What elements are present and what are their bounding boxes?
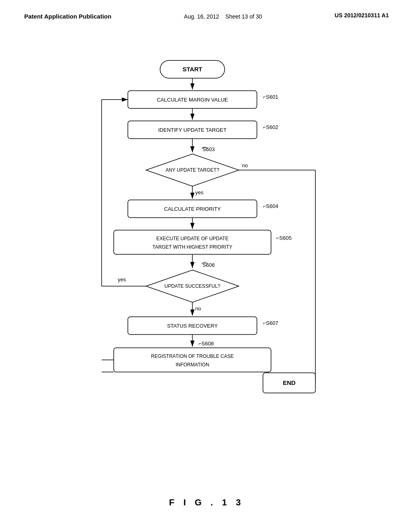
page-header: Patent Application Publication Aug. 16, … [0,0,413,21]
s608-label-2: INFORMATION [175,362,209,368]
s603-label: ANY UPDATE TARGET? [165,167,219,173]
svg-rect-23 [114,348,271,372]
flowchart-container: START CALCULATE MARGIN VALUE ⌐S601 IDENT… [65,52,348,447]
s608-tag: ⌐S608 [198,341,214,347]
s602-label: IDENTIFY UPDATE TARGET [158,127,227,133]
yes-s603-label: yes [195,189,204,195]
s607-tag: ⌐S607 [263,320,278,326]
no-s603-label: no [242,162,248,168]
figure-label: F I G . 1 3 [169,497,244,508]
publication-date: Aug. 16, 2012 [184,13,219,20]
s602-tag: ⌐S602 [263,124,278,130]
publication-meta: Aug. 16, 2012 Sheet 13 of 30 [184,12,262,21]
s601-tag: ⌐S601 [263,94,278,100]
no-s606-label: no [195,305,201,312]
publication-title: Patent Application Publication [24,12,111,21]
start-label: START [183,66,202,73]
sheet-info: Sheet 13 of 30 [225,13,262,20]
s607-label: STATUS RECOVERY [167,323,218,329]
s606-label: UPDATE SUCCESSFUL? [165,283,221,289]
s606-tag: S606 [202,262,215,268]
s605-tag: ⌐S605 [276,235,292,241]
yes-s606-label: yes [118,276,126,283]
flowchart-svg: START CALCULATE MARGIN VALUE ⌐S601 IDENT… [65,52,348,447]
end-label: END [283,379,296,386]
s605-label-1: EXECUTE UPDATE OF UPDATE [156,236,229,241]
s601-label: CALCULATE MARGIN VALUE [157,97,228,103]
patent-number: US 2012/0210311 A1 [335,12,389,19]
s604-tag: ⌐S604 [263,203,278,209]
s604-label: CALCULATE PRIORITY [164,206,221,212]
s608-label-1: REGISTRATION OF TROUBLE CASE [151,353,234,359]
s605-label-2: TARGET WITH HIGHEST PRIORITY [152,244,232,250]
svg-rect-14 [114,230,271,254]
